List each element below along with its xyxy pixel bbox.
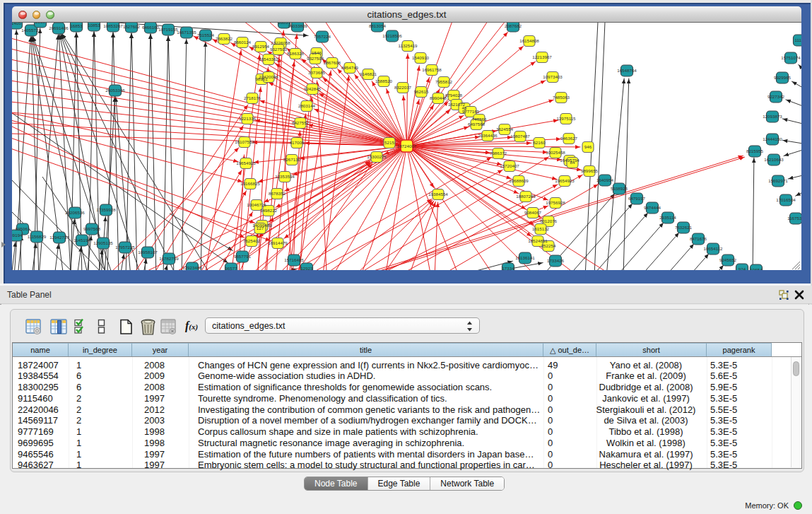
svg-text:2867608: 2867608 xyxy=(324,60,341,65)
svg-text:10853: 10853 xyxy=(88,23,100,28)
svg-text:19218506: 19218506 xyxy=(382,33,402,38)
svg-text:16853: 16853 xyxy=(70,23,83,28)
svg-text:39194: 39194 xyxy=(12,233,23,238)
svg-text:10654: 10654 xyxy=(750,267,763,270)
svg-text:9899655: 9899655 xyxy=(581,168,599,173)
svg-text:946: 946 xyxy=(584,144,592,149)
svg-text:16543362: 16543362 xyxy=(259,57,278,62)
svg-text:8215955: 8215955 xyxy=(746,148,764,153)
svg-text:7485063: 7485063 xyxy=(553,95,570,100)
svg-text:12213967: 12213967 xyxy=(532,54,552,59)
svg-text:16154808: 16154808 xyxy=(519,38,539,43)
svg-text:19756928: 19756928 xyxy=(546,200,565,205)
svg-text:1145194: 1145194 xyxy=(73,238,90,243)
svg-text:746266: 746266 xyxy=(472,117,487,122)
svg-text:1733426: 1733426 xyxy=(547,258,565,263)
svg-text:6466160: 6466160 xyxy=(142,25,160,30)
svg-text:12444150: 12444150 xyxy=(763,136,782,141)
svg-text:6497568: 6497568 xyxy=(468,122,486,127)
svg-text:15751074: 15751074 xyxy=(781,55,801,60)
svg-text:3498222: 3498222 xyxy=(260,208,278,213)
svg-text:12975115: 12975115 xyxy=(556,116,576,121)
svg-text:84: 84 xyxy=(570,160,575,165)
svg-text:8471676: 8471676 xyxy=(690,236,707,241)
svg-text:12923468: 12923468 xyxy=(182,265,202,270)
svg-text:2069: 2069 xyxy=(35,23,45,24)
svg-text:8186328: 8186328 xyxy=(287,51,305,56)
svg-text:15716485: 15716485 xyxy=(284,257,304,262)
svg-text:9474444: 9474444 xyxy=(644,205,661,210)
svg-text:12353594: 12353594 xyxy=(275,174,295,179)
svg-text:1221336: 1221336 xyxy=(239,116,257,121)
svg-text:11325419: 11325419 xyxy=(398,43,418,48)
svg-text:9242845: 9242845 xyxy=(304,86,322,91)
svg-text:5938923: 5938923 xyxy=(611,186,628,191)
svg-text:22420046: 22420046 xyxy=(259,74,278,79)
svg-text:16782759: 16782759 xyxy=(159,256,179,261)
svg-text:962615: 962615 xyxy=(414,89,429,94)
svg-text:2087682: 2087682 xyxy=(505,23,522,28)
svg-text:12905135: 12905135 xyxy=(93,240,113,245)
svg-text:8990448: 8990448 xyxy=(430,95,447,100)
svg-text:15136141: 15136141 xyxy=(515,255,535,260)
svg-text:19654923: 19654923 xyxy=(555,178,575,183)
svg-text:1546: 1546 xyxy=(312,50,322,55)
svg-text:9777169: 9777169 xyxy=(462,109,480,114)
svg-text:17359928: 17359928 xyxy=(96,207,116,212)
svg-text:1615132: 1615132 xyxy=(532,226,550,231)
svg-text:9327503: 9327503 xyxy=(270,47,288,52)
svg-text:1405: 1405 xyxy=(12,23,21,25)
svg-text:9327508: 9327508 xyxy=(307,56,324,61)
svg-text:9997568: 9997568 xyxy=(83,226,101,231)
svg-text:16961758: 16961758 xyxy=(422,67,442,72)
svg-text:16107553: 16107553 xyxy=(235,139,254,144)
svg-text:8427552: 8427552 xyxy=(292,120,310,125)
svg-text:12093873: 12093873 xyxy=(763,114,782,119)
svg-text:7357224: 7357224 xyxy=(314,34,331,39)
svg-text:8267130: 8267130 xyxy=(283,157,301,162)
svg-text:8678352: 8678352 xyxy=(269,191,286,196)
svg-text:20691406: 20691406 xyxy=(49,25,69,30)
svg-text:7632621: 7632621 xyxy=(675,225,693,230)
svg-text:1540910: 1540910 xyxy=(412,55,430,60)
svg-text:16914479: 16914479 xyxy=(268,240,288,245)
svg-text:26053346: 26053346 xyxy=(105,88,125,93)
svg-text:7986372: 7986372 xyxy=(490,151,507,156)
svg-text:8322037: 8322037 xyxy=(394,85,412,90)
svg-text:924: 924 xyxy=(739,267,746,270)
svg-text:8454749: 8454749 xyxy=(341,65,359,70)
svg-text:1640954: 1640954 xyxy=(596,177,614,182)
svg-text:15692971: 15692971 xyxy=(768,178,788,183)
svg-text:3624554: 3624554 xyxy=(496,127,514,132)
svg-text:16548764: 16548764 xyxy=(617,68,637,73)
svg-text:6479197: 6479197 xyxy=(628,196,646,201)
svg-text:9463627: 9463627 xyxy=(560,136,578,141)
svg-text:19384554: 19384554 xyxy=(428,192,448,197)
svg-text:2718176: 2718176 xyxy=(244,95,261,100)
svg-text:17016504: 17016504 xyxy=(776,197,796,202)
svg-text:19166825: 19166825 xyxy=(240,181,260,186)
svg-text:12942737: 12942737 xyxy=(49,235,69,240)
svg-text:3373685: 3373685 xyxy=(308,70,326,75)
svg-text:18807249: 18807249 xyxy=(516,194,536,199)
svg-text:20206536: 20206536 xyxy=(65,210,85,215)
svg-text:9245652: 9245652 xyxy=(719,257,737,262)
svg-text:1527602: 1527602 xyxy=(123,24,141,29)
svg-text:1588520: 1588520 xyxy=(375,78,393,83)
svg-text:8660124: 8660124 xyxy=(234,40,252,45)
svg-text:20364436: 20364436 xyxy=(478,133,498,138)
svg-text:12923: 12923 xyxy=(300,266,313,270)
svg-text:17957225: 17957225 xyxy=(115,245,135,250)
svg-text:6012076: 6012076 xyxy=(540,218,558,223)
svg-text:62160: 62160 xyxy=(533,140,546,145)
svg-text:14055721: 14055721 xyxy=(21,28,41,33)
svg-text:9929965: 9929965 xyxy=(774,75,792,80)
svg-text:16671355: 16671355 xyxy=(177,30,196,35)
svg-text:18524851: 18524851 xyxy=(528,238,548,243)
svg-text:1117: 1117 xyxy=(795,37,801,42)
svg-text:23226058: 23226058 xyxy=(271,40,290,45)
svg-text:7663822: 7663822 xyxy=(216,36,233,41)
svg-text:15300275: 15300275 xyxy=(367,154,387,159)
svg-text:10958107: 10958107 xyxy=(138,250,158,255)
svg-text:9084067: 9084067 xyxy=(524,210,542,215)
